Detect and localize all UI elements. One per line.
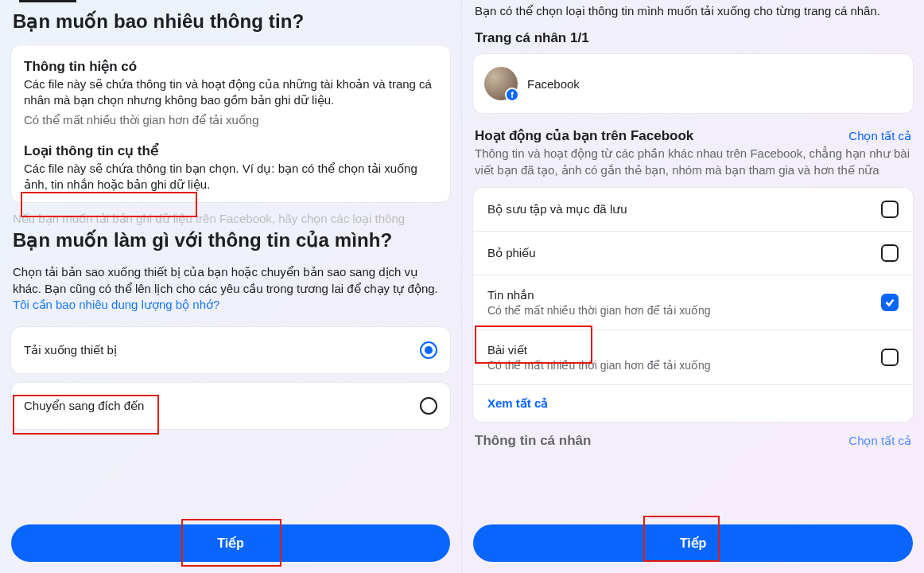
item-polls[interactable]: Bỏ phiếu: [473, 232, 913, 275]
section-activity-title: Hoạt động của bạn trên Facebook: [475, 127, 693, 144]
option2-title: Loại thông tin cụ thể: [24, 142, 439, 159]
tab-indicator: [19, 0, 76, 2]
next-label: Tiếp: [680, 536, 707, 550]
activity-list: Bộ sưu tập và mục đã lưu Bỏ phiếu Tin nh…: [473, 188, 913, 422]
right-pane: Bạn có thể chọn loại thông tin mình muốn…: [462, 0, 924, 573]
intro-text: Bạn có thể chọn loại thông tin mình muốn…: [475, 3, 910, 19]
item-title: Bộ sưu tập và mục đã lưu: [487, 202, 627, 216]
ghost-hint: Nếu bạn muốn tải bản ghi dữ liệu trên Fa…: [13, 212, 448, 226]
section-personal-title: Thông tin cá nhân: [475, 433, 591, 449]
option1-note: Có thể mất nhiều thời gian hơn để tải xu…: [24, 112, 436, 128]
option1-title: Thông tin hiện có: [24, 58, 439, 75]
radio-download-device[interactable]: Tải xuống thiết bị: [11, 327, 450, 373]
view-all-label: Xem tất cả: [487, 396, 548, 411]
profile-name: Facebook: [527, 77, 580, 91]
item-sub: Có thể mất nhiều thời gian hơn để tải xu…: [487, 359, 711, 372]
item-sub: Có thể mất nhiều thời gian hơn để tải xu…: [487, 304, 711, 317]
radio1-label: Tải xuống thiết bị: [24, 343, 117, 357]
select-all-link[interactable]: Chọn tất cả: [848, 129, 911, 143]
facebook-badge-icon: f: [505, 88, 519, 102]
checkbox-icon[interactable]: [881, 349, 899, 366]
checkbox-icon[interactable]: [881, 244, 899, 262]
item-posts[interactable]: Bài viết Có thể mất nhiều thời gian hơn …: [473, 330, 913, 385]
option-available-info[interactable]: Thông tin hiện có Các file này sẽ chứa t…: [11, 45, 450, 202]
radio-icon: [420, 397, 437, 415]
item-title: Bài viết: [487, 343, 711, 357]
heading-action: Bạn muốn làm gì với thông tin của mình?: [13, 229, 450, 251]
next-button[interactable]: Tiếp: [11, 524, 450, 562]
view-all-link[interactable]: Xem tất cả: [473, 385, 913, 422]
next-button-right[interactable]: Tiếp: [473, 524, 913, 562]
item-title: Bỏ phiếu: [487, 246, 536, 260]
item-messages[interactable]: Tin nhắn Có thể mất nhiều thời gian hơn …: [473, 275, 913, 330]
select-all-link-2[interactable]: Chọn tất cả: [848, 434, 911, 448]
checkbox-icon[interactable]: [881, 201, 899, 218]
action-desc: Chọn tải bản sao xuống thiết bị của bạn …: [13, 264, 447, 313]
avatar: f: [484, 67, 518, 100]
option1-desc: Các file này sẽ chứa thông tin và hoạt đ…: [24, 76, 436, 109]
profile-heading: Trang cá nhân 1/1: [475, 30, 913, 46]
heading-amount: Bạn muốn bao nhiêu thông tin?: [13, 10, 450, 33]
radio-transfer-destination[interactable]: Chuyển sang đích đến: [11, 383, 450, 429]
action-desc-text: Chọn tải bản sao xuống thiết bị của bạn …: [13, 265, 438, 294]
item-title: Tin nhắn: [487, 288, 711, 302]
next-label: Tiếp: [217, 536, 244, 550]
section-activity-desc: Thông tin và hoạt động từ các phần khác …: [475, 146, 910, 178]
radio2-label: Chuyển sang đích đến: [24, 399, 144, 413]
profile-row[interactable]: f Facebook: [473, 54, 913, 113]
left-pane: Bạn muốn bao nhiêu thông tin? Thông tin …: [0, 0, 462, 573]
checkbox-icon[interactable]: [881, 294, 899, 311]
storage-link[interactable]: Tôi cần bao nhiêu dung lượng bộ nhớ?: [13, 298, 219, 311]
radio-icon: [420, 341, 437, 359]
option2-desc: Các file này sẽ chứa thông tin bạn chọn.…: [24, 161, 436, 193]
item-saved-collections[interactable]: Bộ sưu tập và mục đã lưu: [473, 188, 913, 232]
